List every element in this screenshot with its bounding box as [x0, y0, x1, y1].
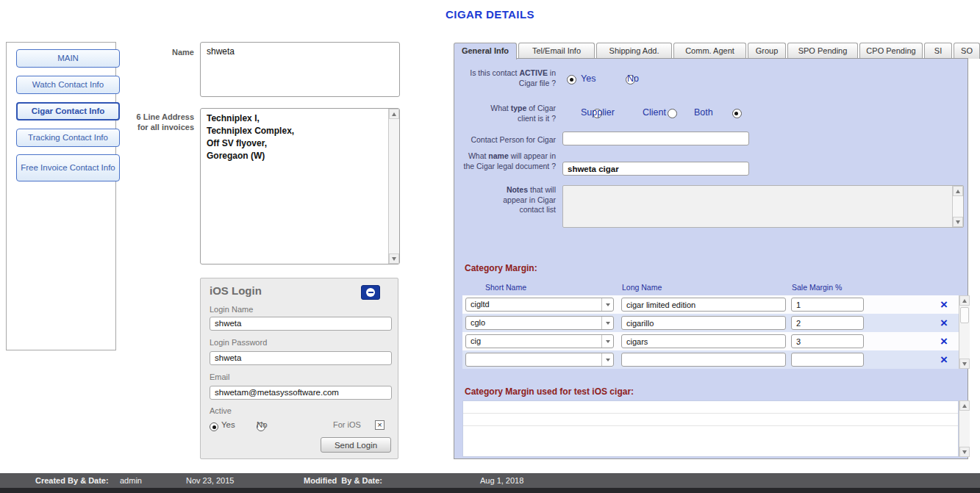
sidebar-item-watch-contact-info[interactable]: Watch Contact Info [16, 76, 120, 94]
for-ios-checkbox[interactable]: × [375, 420, 385, 430]
scrollbar-thumb[interactable] [960, 307, 969, 323]
legal-name-field[interactable]: shweta cigar [562, 162, 749, 176]
category-margin-scrollbar[interactable] [959, 295, 970, 369]
address-field[interactable]: Techniplex I, Techniplex Complex, Off SV… [200, 108, 400, 265]
contact-active-yes-label: Yes [581, 73, 595, 84]
address-line: Techniplex I, [207, 112, 385, 125]
short-name-value: cig [471, 337, 481, 345]
label-text-bold: ACTIVE [519, 68, 548, 77]
category-margin-title: Category Margin: [465, 263, 537, 273]
address-value: Techniplex I, Techniplex Complex, Off SV… [207, 112, 385, 162]
short-name-value: cglo [471, 318, 485, 327]
scroll-down-icon[interactable] [959, 447, 970, 457]
category-margin-row: cglo cigarillo 2 × [462, 314, 959, 332]
login-password-field[interactable]: shweta [210, 351, 392, 365]
tab-shipping-add[interactable]: Shipping Add. [596, 43, 672, 59]
scroll-down-icon[interactable] [959, 359, 970, 369]
contact-active-no-label: No [627, 73, 639, 84]
long-name-field[interactable]: cigarillo [621, 316, 786, 330]
sale-margin-field[interactable] [791, 353, 864, 367]
dropdown-icon[interactable] [601, 353, 613, 366]
scroll-up-icon[interactable] [953, 186, 963, 196]
type-supplier-label: Supplier [581, 107, 615, 118]
short-name-combobox[interactable]: cigltd [465, 298, 614, 312]
scroll-up-icon[interactable] [959, 295, 970, 306]
long-name-field[interactable]: cigar limited edition [621, 298, 786, 312]
scroll-up-icon[interactable] [389, 109, 399, 119]
remove-login-button[interactable] [361, 285, 380, 300]
address-line: Techniplex Complex, [207, 125, 385, 137]
delete-row-button[interactable]: × [935, 316, 953, 330]
name-field[interactable]: shweta [200, 42, 400, 97]
scroll-down-icon[interactable] [389, 253, 399, 264]
tab-so[interactable]: SO [954, 43, 980, 59]
contact-active-yes-radio[interactable] [567, 75, 576, 84]
tab-group[interactable]: Group [748, 43, 786, 59]
short-name-combobox[interactable] [465, 353, 614, 367]
long-name-field[interactable]: cigars [621, 334, 786, 348]
sale-margin-field[interactable]: 2 [791, 316, 864, 330]
type-both-radio[interactable] [732, 109, 742, 118]
notes-scrollbar[interactable] [952, 186, 963, 227]
label-text: What [490, 104, 510, 112]
scroll-down-icon[interactable] [953, 217, 963, 227]
label-text: Is this contact [470, 68, 519, 77]
column-header-sale-margin: Sale Margin % [792, 283, 842, 292]
for-ios-label: For iOS [333, 420, 361, 429]
tab-general-info[interactable]: General Info [454, 43, 517, 60]
label-text-bold: type [511, 104, 527, 112]
short-name-combobox[interactable]: cglo [465, 316, 614, 330]
tab-comm-agent[interactable]: Comm. Agent [673, 43, 746, 59]
sale-margin-field[interactable]: 3 [791, 334, 864, 348]
contact-person-field[interactable] [562, 132, 749, 145]
label-text-bold: Notes [507, 185, 528, 194]
delete-row-button[interactable]: × [935, 334, 953, 348]
sale-margin-field[interactable]: 1 [791, 298, 864, 312]
notes-label: Notes that will appear in Cigar contact … [482, 185, 556, 215]
active-question-label: Is this contact ACTIVE in Cigar file ? [456, 68, 556, 88]
scroll-up-icon[interactable] [959, 400, 970, 411]
sidebar-item-main[interactable]: MAIN [16, 49, 120, 68]
modified-by-label: Modified By & Date: [304, 473, 382, 488]
short-name-combobox[interactable]: cig [465, 334, 614, 348]
send-login-button[interactable]: Send Login [321, 437, 391, 453]
sidebar-item-free-invoice-contact-info[interactable]: Free Invoice Contact Info [16, 154, 120, 181]
category-margin-row: cigltd cigar limited edition 1 × [462, 295, 959, 314]
email-field[interactable]: shwetam@metasyssoftware.com [210, 386, 392, 400]
test-category-margin-list[interactable] [462, 400, 959, 457]
test-list-scrollbar[interactable] [959, 400, 970, 457]
active-label: Active [210, 406, 232, 415]
tab-spo-pending[interactable]: SPO Pending [787, 43, 858, 59]
address-scrollbar[interactable] [388, 109, 399, 264]
column-header-long-name: Long Name [622, 283, 662, 292]
label-text-bold: name [488, 151, 508, 160]
test-category-margin-title: Category Margin used for test iOS cigar: [465, 386, 634, 397]
circle-minus-icon [366, 288, 375, 297]
tab-cpo-pending[interactable]: CPO Pending [859, 43, 923, 59]
notes-field[interactable] [562, 185, 964, 228]
sidebar-item-cigar-contact-info[interactable]: Cigar Contact Info [16, 102, 120, 120]
sidebar-item-tracking-contact-info[interactable]: Tracking Contact Info [16, 129, 120, 147]
column-header-short-name: Short Name [485, 283, 526, 292]
address-line: Goregaon (W) [207, 150, 385, 162]
type-question-label: What type of Cigar client is it ? [475, 104, 556, 123]
dropdown-icon[interactable] [601, 317, 613, 329]
long-name-field[interactable] [621, 353, 786, 367]
tab-tel-email-info[interactable]: Tel/Email Info [518, 43, 595, 59]
login-name-field[interactable]: shweta [210, 317, 392, 331]
delete-row-button[interactable]: × [935, 353, 953, 367]
delete-row-button[interactable]: × [935, 298, 953, 312]
ios-active-no-label: No [257, 420, 268, 429]
dropdown-icon[interactable] [601, 298, 613, 311]
label-text: What [468, 151, 488, 160]
type-client-label: Client [643, 107, 666, 118]
created-by-value: admin [120, 473, 142, 488]
login-password-label: Login Password [210, 338, 267, 347]
address-label: 6 Line Address for all invoices [130, 112, 194, 133]
modified-date: Aug 1, 2018 [480, 473, 523, 488]
window-bottom-edge [0, 488, 980, 493]
ios-login-panel: iOS Login Login Name shweta Login Passwo… [200, 278, 398, 459]
dropdown-icon[interactable] [601, 335, 613, 348]
tab-si[interactable]: SI [924, 43, 952, 59]
ios-active-yes-radio[interactable] [210, 422, 218, 431]
